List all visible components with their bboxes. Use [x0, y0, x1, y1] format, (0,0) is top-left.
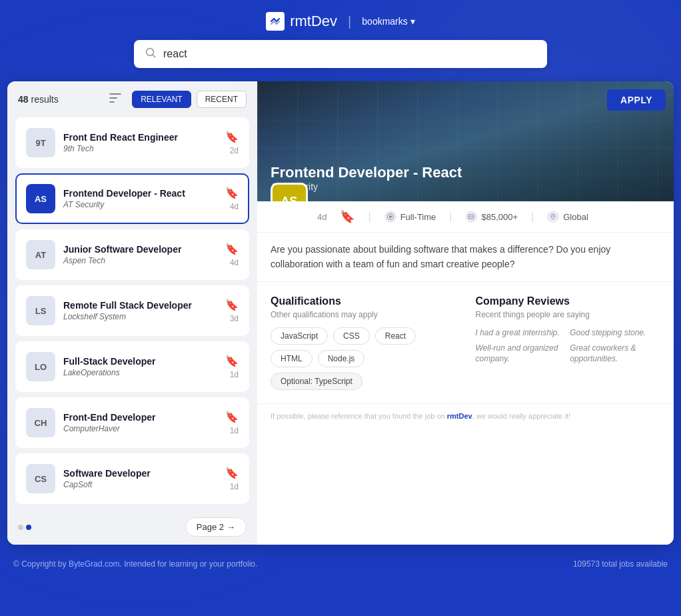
- hero-company: AT Security: [271, 181, 660, 192]
- job-age-ch: 1d: [230, 426, 239, 435]
- location: Global: [547, 211, 588, 223]
- job-item-cs[interactable]: CS Software Developer CapSoft 🔖 1d: [15, 453, 249, 504]
- job-title-at: Junior Software Developer: [63, 244, 217, 255]
- job-bookmark-ch[interactable]: 🔖: [225, 411, 239, 423]
- job-list-panel: 48 results RELEVANT RECENT 9T Fron: [7, 81, 257, 545]
- next-arrow: →: [227, 522, 235, 532]
- job-meta-lo: 🔖 1d: [225, 355, 239, 379]
- logo-icon: [266, 12, 285, 31]
- job-bookmark-ls[interactable]: 🔖: [225, 299, 239, 311]
- job-avatar-as: AS: [26, 184, 55, 213]
- job-age-as: 4d: [230, 202, 239, 211]
- job-hero: APPLY Frontend Developer - React AT Secu…: [257, 81, 674, 201]
- hero-text: Frontend Developer - React AT Security: [257, 164, 674, 201]
- job-company-at: Aspen Tech: [63, 256, 217, 265]
- meta-separator-1: |: [368, 211, 370, 223]
- job-age-at: 4d: [230, 258, 239, 267]
- tag-optional-typescript: Optional: TypeScript: [271, 373, 362, 390]
- reviews-title: Company Reviews: [476, 295, 661, 307]
- svg-point-0: [147, 49, 154, 56]
- job-info-at: Junior Software Developer Aspen Tech: [63, 244, 217, 265]
- job-title-ch: Front-End Developer: [63, 412, 217, 423]
- job-avatar-ch: CH: [26, 408, 55, 437]
- review-item-0: I had a great internship.: [476, 327, 566, 339]
- job-bookmark-cs[interactable]: 🔖: [225, 467, 239, 479]
- site-footer: © Copyright by ByteGrad.com. Intended fo…: [0, 550, 681, 578]
- company-logo-large: AS: [271, 183, 308, 201]
- content-area: 48 results RELEVANT RECENT 9T Fron: [7, 81, 674, 545]
- job-company-as: AT Security: [63, 200, 217, 209]
- next-page-button[interactable]: Page 2 →: [185, 517, 247, 537]
- job-bookmark-at[interactable]: 🔖: [225, 243, 239, 255]
- job-meta-as: 🔖 4d: [225, 187, 239, 211]
- salary: $85,000+: [465, 211, 518, 223]
- search-input[interactable]: [163, 48, 536, 60]
- bookmarks-button[interactable]: bookmarks ▾: [362, 16, 414, 27]
- sort-recent-button[interactable]: RECENT: [197, 91, 247, 108]
- footer-text-before: If possible, please reference that you f…: [271, 412, 447, 420]
- reviews-subtitle: Recent things people are saying: [476, 310, 661, 319]
- bytegrad-link[interactable]: ByteGrad.com: [69, 559, 120, 569]
- job-meta-ch: 🔖 1d: [225, 411, 239, 435]
- job-item-ls[interactable]: LS Remote Full Stack Developer Lockshelf…: [15, 285, 249, 336]
- job-bookmark-lo[interactable]: 🔖: [225, 355, 239, 367]
- job-meta-9t: 🔖 2d: [225, 131, 239, 155]
- page-label: Page 2: [197, 522, 224, 532]
- job-info-ls: Remote Full Stack Developer Lockshelf Sy…: [63, 300, 217, 321]
- header-divider: |: [348, 14, 351, 29]
- review-item-2: Well-run and organized company.: [476, 343, 566, 365]
- employment-type: Full-Time: [384, 211, 436, 223]
- job-footer: If possible, please reference that you f…: [257, 403, 674, 428]
- job-info-lo: Full-Stack Developer LakeOperations: [63, 356, 217, 377]
- bookmark-detail-icon[interactable]: 🔖: [340, 209, 354, 224]
- job-company-ls: Lockshelf System: [63, 312, 217, 321]
- tags-area: JavaScriptCSSReactHTMLNode.jsOptional: T…: [271, 327, 456, 390]
- job-item-lo[interactable]: LO Full-Stack Developer LakeOperations 🔖…: [15, 341, 249, 392]
- pagination: Page 2 →: [7, 509, 257, 545]
- job-bookmark-as[interactable]: 🔖: [225, 187, 239, 199]
- total-jobs: 109573 total jobs available: [573, 559, 668, 569]
- results-label: results: [31, 94, 58, 105]
- job-age-9t: 2d: [230, 146, 239, 155]
- job-company-lo: LakeOperations: [63, 368, 217, 377]
- job-title-ls: Remote Full Stack Developer: [63, 300, 217, 311]
- job-age-detail: 4d: [317, 212, 327, 222]
- hero-job-title: Frontend Developer - React: [271, 164, 660, 181]
- copyright-sub: . Intended for learning or your portfoli…: [120, 559, 258, 569]
- job-meta-ls: 🔖 3d: [225, 299, 239, 323]
- review-item-3: Great coworkers & opportunities.: [570, 343, 660, 365]
- apply-button[interactable]: APPLY: [607, 89, 666, 111]
- svg-point-2: [389, 215, 392, 218]
- job-meta-at: 🔖 4d: [225, 243, 239, 267]
- job-company-ch: ComputerHaver: [63, 424, 217, 433]
- job-company-9t: 9th Tech: [63, 144, 217, 153]
- bookmarks-label: bookmarks: [362, 16, 407, 27]
- search-container: [134, 40, 547, 68]
- reviews-section: Company Reviews Recent things people are…: [476, 295, 661, 390]
- results-header: 48 results RELEVANT RECENT: [7, 81, 257, 117]
- svg-point-4: [552, 215, 554, 217]
- job-title-lo: Full-Stack Developer: [63, 356, 217, 367]
- review-grid: I had a great internship.Good stepping s…: [476, 327, 661, 365]
- job-description: Are you passionate about building softwa…: [257, 233, 674, 282]
- logo-rmt: rmt: [290, 13, 311, 29]
- job-info-9t: Front End React Engineer 9th Tech: [63, 132, 217, 153]
- job-item-9t[interactable]: 9T Front End React Engineer 9th Tech 🔖 2…: [15, 117, 249, 168]
- sort-relevant-button[interactable]: RELEVANT: [132, 91, 191, 108]
- job-info-cs: Software Developer CapSoft: [63, 468, 217, 489]
- tag-node-js: Node.js: [318, 350, 365, 367]
- job-bookmark-9t[interactable]: 🔖: [225, 131, 239, 143]
- qualifications-subtitle: Other qualifications may apply: [271, 310, 456, 319]
- job-item-as[interactable]: AS Frontend Developer - React AT Securit…: [15, 173, 249, 224]
- job-avatar-at: AT: [26, 240, 55, 269]
- job-avatar-ls: LS: [26, 296, 55, 325]
- employment-type-label: Full-Time: [400, 212, 436, 222]
- tag-html: HTML: [271, 350, 313, 367]
- job-meta-row: 4d 🔖 | Full-Time | $85,000+: [257, 201, 674, 233]
- page-dots: [18, 525, 31, 530]
- job-item-ch[interactable]: CH Front-End Developer ComputerHaver 🔖 1…: [15, 397, 249, 448]
- job-info-ch: Front-End Developer ComputerHaver: [63, 412, 217, 433]
- job-item-at[interactable]: AT Junior Software Developer Aspen Tech …: [15, 229, 249, 280]
- logo-dev: Dev: [311, 13, 337, 29]
- tag-javascript: JavaScript: [271, 327, 328, 345]
